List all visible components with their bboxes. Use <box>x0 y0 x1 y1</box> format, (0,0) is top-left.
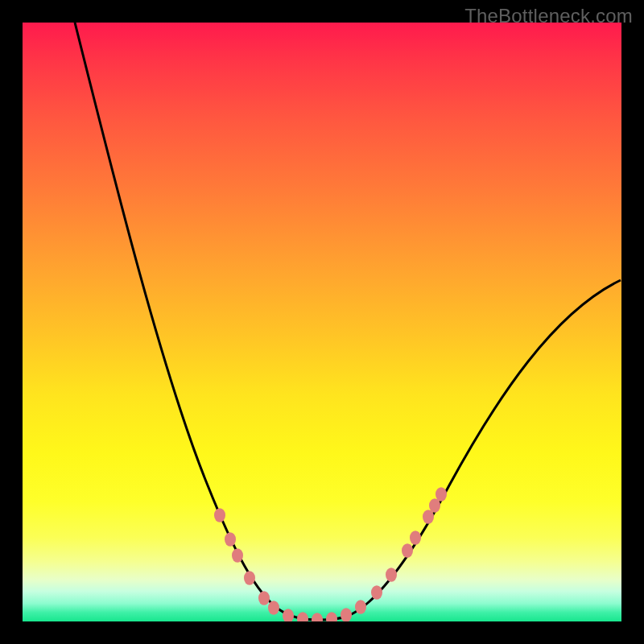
curve-markers <box>214 487 447 621</box>
bottleneck-curve <box>75 23 621 620</box>
marker-right-0 <box>371 585 382 600</box>
marker-right-2 <box>402 543 413 558</box>
marker-left-0 <box>214 508 225 522</box>
curve-layer <box>23 23 621 621</box>
marker-right-3 <box>410 530 421 545</box>
marker-bottom-3 <box>326 612 337 621</box>
plot-area <box>23 23 621 621</box>
marker-left-5 <box>268 601 279 615</box>
marker-bottom-5 <box>355 600 366 614</box>
marker-left-4 <box>258 591 270 605</box>
marker-bottom-0 <box>283 609 294 621</box>
marker-left-3 <box>244 571 255 585</box>
marker-left-2 <box>232 548 243 563</box>
marker-left-1 <box>225 532 236 547</box>
marker-right-6 <box>436 487 447 502</box>
marker-right-5 <box>429 498 440 513</box>
watermark-text: TheBottleneck.com <box>464 5 633 27</box>
marker-right-4 <box>423 510 434 524</box>
marker-bottom-4 <box>341 608 352 621</box>
marker-bottom-1 <box>297 612 308 621</box>
chart-frame: TheBottleneck.com <box>0 0 644 644</box>
marker-right-1 <box>386 568 397 582</box>
marker-bottom-2 <box>312 613 323 621</box>
